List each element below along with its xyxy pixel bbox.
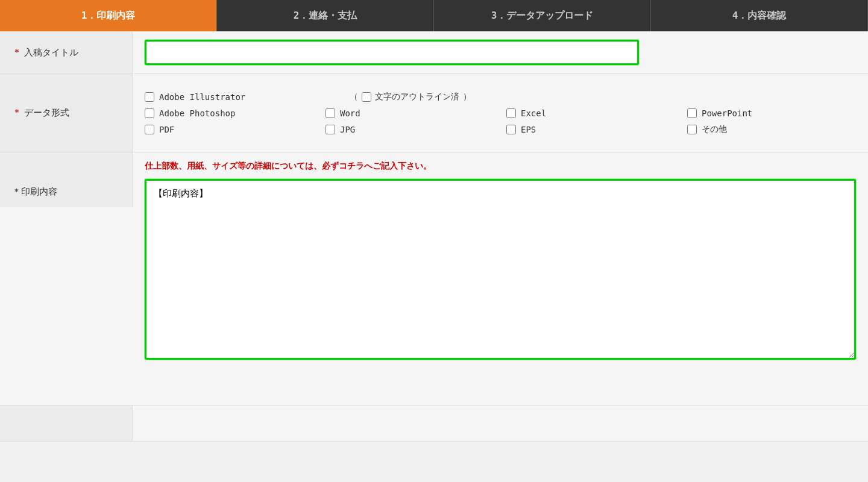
- print-content-section: 仕上部数、用紙、サイズ等の詳細については、必ずコチラへご記入下さい。 【印刷内容…: [133, 152, 868, 368]
- data-format-label-text: データ形式: [24, 107, 69, 119]
- checkbox-eps-label: EPS: [521, 125, 536, 134]
- checkbox-row-2: Adobe Photoshop Word Excel PowerPoint: [145, 108, 868, 118]
- title-content: [133, 31, 868, 74]
- data-format-content: Adobe Illustrator （ 文字のアウトライン済 ） Adobe P…: [133, 74, 868, 152]
- print-content-label: ＊ 印刷内容: [0, 152, 133, 207]
- checkbox-photoshop-input[interactable]: [145, 108, 154, 118]
- checkbox-other[interactable]: その他: [687, 124, 868, 135]
- checkbox-row-3: PDF JPG EPS その他: [145, 124, 868, 135]
- data-format-required-mark: ＊: [12, 107, 22, 119]
- checkbox-pdf-input[interactable]: [145, 125, 154, 134]
- print-content-label-text: 印刷内容: [21, 186, 57, 198]
- tab-confirm[interactable]: 4．内容確認: [651, 0, 868, 31]
- title-required-mark: ＊: [12, 46, 22, 59]
- outline-note: （ 文字のアウトライン済 ）: [350, 92, 471, 102]
- tab-print-content[interactable]: 1．印刷内容: [0, 0, 217, 31]
- checkbox-pdf[interactable]: PDF: [145, 125, 326, 134]
- notice-text: 仕上部数、用紙、サイズ等の詳細については、必ずコチラへご記入下さい。: [145, 161, 856, 172]
- tab-bar: 1．印刷内容 2．連絡・支払 3．データアップロード 4．内容確認: [0, 0, 868, 31]
- checkbox-powerpoint-input[interactable]: [687, 108, 697, 118]
- bottom-content: [133, 405, 868, 441]
- checkbox-photoshop-label: Adobe Photoshop: [159, 108, 235, 118]
- data-format-row: ＊ データ形式 Adobe Illustrator （ 文字のアウトライン済 ）: [0, 74, 868, 152]
- checkbox-excel-input[interactable]: [506, 108, 516, 118]
- checkbox-outline-input[interactable]: [362, 92, 371, 102]
- form-container: ＊ 入稿タイトル ＊ データ形式 Adobe Illustrator （: [0, 31, 868, 442]
- checkbox-grid: Adobe Illustrator （ 文字のアウトライン済 ） Adobe P…: [145, 92, 868, 135]
- checkbox-illustrator-label: Adobe Illustrator: [159, 92, 245, 102]
- checkbox-excel-label: Excel: [521, 108, 546, 118]
- checkbox-eps-input[interactable]: [506, 125, 516, 134]
- title-row: ＊ 入稿タイトル: [0, 31, 868, 74]
- print-content-textarea[interactable]: 【印刷内容】: [145, 179, 856, 360]
- checkbox-jpg-label: JPG: [340, 125, 355, 134]
- checkbox-other-input[interactable]: [687, 125, 697, 134]
- checkbox-row-1: Adobe Illustrator （ 文字のアウトライン済 ）: [145, 92, 868, 102]
- checkbox-jpg[interactable]: JPG: [326, 125, 506, 134]
- checkbox-pdf-label: PDF: [159, 125, 174, 134]
- bottom-row: [0, 405, 868, 442]
- print-content-required-mark: ＊: [12, 186, 21, 198]
- print-content-row: ＊ 印刷内容 仕上部数、用紙、サイズ等の詳細については、必ずコチラへご記入下さい…: [0, 152, 868, 405]
- checkbox-word[interactable]: Word: [326, 108, 506, 118]
- title-label: ＊ 入稿タイトル: [0, 31, 133, 74]
- checkbox-photoshop[interactable]: Adobe Photoshop: [145, 108, 326, 118]
- checkbox-other-label: その他: [702, 124, 727, 135]
- checkbox-powerpoint-label: PowerPoint: [702, 108, 752, 118]
- title-input[interactable]: [145, 40, 639, 65]
- checkbox-illustrator-input[interactable]: [145, 92, 154, 102]
- checkbox-excel[interactable]: Excel: [506, 108, 687, 118]
- checkbox-word-input[interactable]: [326, 108, 335, 118]
- tab-data-upload[interactable]: 3．データアップロード: [434, 0, 651, 31]
- checkbox-illustrator[interactable]: Adobe Illustrator: [145, 92, 350, 102]
- bottom-label: [0, 405, 133, 441]
- checkbox-jpg-input[interactable]: [326, 125, 335, 134]
- title-label-text: 入稿タイトル: [24, 47, 78, 58]
- checkbox-word-label: Word: [340, 108, 360, 118]
- data-format-label: ＊ データ形式: [0, 74, 133, 152]
- checkbox-outline-label: 文字のアウトライン済: [375, 92, 459, 102]
- checkbox-eps[interactable]: EPS: [506, 125, 687, 134]
- checkbox-powerpoint[interactable]: PowerPoint: [687, 108, 868, 118]
- tab-contact-payment[interactable]: 2．連絡・支払: [217, 0, 434, 31]
